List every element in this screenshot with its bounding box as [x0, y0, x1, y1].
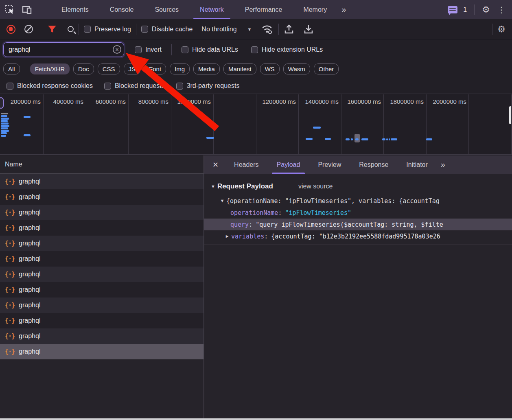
request-row[interactable]: {·}graphql — [0, 313, 203, 328]
details-tab-payload[interactable]: Payload — [268, 155, 309, 174]
record-network-log-icon[interactable] — [7, 25, 15, 34]
request-row[interactable]: {·}graphql — [0, 174, 203, 189]
tab-elements[interactable]: Elements — [51, 0, 99, 19]
hide-extension-urls-checkbox[interactable] — [251, 46, 258, 53]
inspect-element-icon[interactable] — [5, 5, 15, 15]
waterfall-bar[interactable] — [306, 138, 313, 140]
chip-label: Fetch/XHR — [35, 66, 65, 72]
filter-input[interactable] — [3, 42, 124, 57]
waterfall-bar[interactable] — [1, 127, 8, 129]
more-panels-icon[interactable]: » — [337, 5, 349, 14]
filter-chip-font[interactable]: Font — [144, 63, 166, 74]
toggle-device-toolbar-icon[interactable] — [22, 5, 33, 15]
waterfall-bar[interactable] — [351, 138, 353, 140]
collapsed-arrow-icon[interactable]: ▶ — [225, 234, 230, 239]
blocked-requests-checkbox[interactable] — [104, 83, 111, 90]
close-details-icon[interactable]: ✕ — [204, 155, 225, 174]
request-row[interactable]: {·}graphql — [0, 251, 203, 267]
waterfall-bar[interactable] — [206, 137, 214, 139]
details-tab-preview[interactable]: Preview — [309, 155, 350, 174]
waterfall-bar[interactable] — [1, 132, 7, 134]
waterfall-bar[interactable] — [1, 115, 7, 117]
more-tabs-icon[interactable]: » — [437, 160, 449, 169]
waterfall-bar[interactable] — [389, 138, 390, 140]
request-row[interactable]: {·}graphql — [0, 236, 203, 251]
details-tab-initiator[interactable]: Initiator — [397, 155, 436, 174]
waterfall-bar[interactable] — [391, 138, 397, 140]
filter-chip-all[interactable]: All — [3, 63, 20, 74]
throttling-select[interactable]: No throttling ▼ — [201, 26, 252, 33]
tab-performance[interactable]: Performance — [234, 0, 293, 19]
waterfall-bar[interactable] — [386, 138, 388, 140]
filter-chip-ws[interactable]: WS — [260, 63, 280, 74]
waterfall-bar[interactable] — [24, 116, 31, 118]
waterfall-bar[interactable] — [346, 138, 350, 140]
waterfall-bar[interactable] — [1, 118, 9, 120]
preserve-log-checkbox[interactable] — [84, 26, 91, 33]
waterfall-bar[interactable] — [313, 127, 321, 129]
filter-chip-img[interactable]: Img — [170, 63, 190, 74]
request-row[interactable]: {·}graphql — [0, 344, 203, 359]
filter-chip-wasm[interactable]: Wasm — [283, 63, 310, 74]
request-row[interactable]: {·}graphql — [0, 205, 203, 220]
filter-chip-other[interactable]: Other — [314, 63, 339, 74]
expand-arrow-icon[interactable]: ▼ — [211, 184, 215, 189]
filter-chip-manifest[interactable]: Manifest — [223, 63, 256, 74]
filter-funnel-icon[interactable] — [47, 25, 57, 34]
waterfall-bar[interactable] — [1, 113, 8, 114]
clear-network-log-icon[interactable] — [24, 25, 33, 33]
disable-cache-checkbox[interactable] — [141, 26, 148, 33]
tab-console[interactable]: Console — [99, 0, 144, 19]
toolbar-separator — [79, 24, 79, 35]
blocked-response-cookies-checkbox[interactable] — [7, 83, 13, 90]
filter-chip-doc[interactable]: Doc — [73, 63, 94, 74]
waterfall-bar[interactable] — [24, 134, 31, 136]
request-row[interactable]: {·}graphql — [0, 298, 203, 313]
waterfall-bar[interactable] — [382, 138, 385, 140]
payload-row-query[interactable]: query:"query ipFlowTimeseries($accountTa… — [204, 219, 512, 230]
waterfall-bar[interactable] — [426, 138, 432, 140]
settings-gear-icon[interactable]: ⚙ — [482, 5, 490, 14]
tab-network[interactable]: Network — [189, 0, 234, 19]
waterfall-bar[interactable] — [325, 138, 331, 140]
waterfall-bar[interactable] — [355, 138, 359, 140]
waterfall-bar[interactable] — [1, 125, 9, 127]
name-column-header[interactable]: Name — [0, 155, 203, 174]
3rd-party-requests-checkbox[interactable] — [176, 83, 183, 90]
request-row[interactable]: {·}graphql — [0, 267, 203, 282]
network-conditions-icon[interactable] — [261, 24, 274, 35]
request-row[interactable]: {·}graphql — [0, 328, 203, 344]
filter-chip-js[interactable]: JS — [124, 63, 141, 74]
import-har-icon[interactable] — [284, 24, 294, 35]
tab-sources[interactable]: Sources — [144, 0, 189, 19]
waterfall-bar[interactable] — [1, 135, 6, 137]
payload-row-operationname[interactable]: operationName:"ipFlowTimeseries" — [204, 207, 512, 219]
details-tab-headers[interactable]: Headers — [225, 155, 267, 174]
waterfall-bar[interactable] — [361, 138, 368, 140]
filter-chip-media[interactable]: Media — [193, 63, 220, 74]
clear-filter-icon[interactable]: ✕ — [113, 45, 121, 54]
request-row[interactable]: {·}graphql — [0, 220, 203, 236]
network-overview-timeline[interactable]: 200000 ms400000 ms600000 ms800000 ms1000… — [0, 94, 512, 155]
expand-arrow-icon[interactable]: ▼ — [220, 198, 225, 203]
waterfall-bar[interactable] — [1, 130, 9, 132]
network-settings-gear-icon[interactable]: ⚙ — [497, 25, 505, 34]
payload-preview-row[interactable]: ▼ {operationName: "ipFlowTimeseries", va… — [204, 195, 512, 207]
tab-memory[interactable]: Memory — [293, 0, 337, 19]
request-row[interactable]: {·}graphql — [0, 282, 203, 298]
payload-row-variables[interactable]: ▶variables:{accountTag: "b12e3b2192ee558… — [204, 230, 512, 242]
invert-checkbox[interactable] — [135, 46, 142, 53]
filter-chip-css[interactable]: CSS — [98, 63, 120, 74]
waterfall-bar[interactable] — [1, 122, 9, 125]
search-network-icon[interactable] — [68, 26, 74, 32]
export-har-icon[interactable] — [303, 24, 314, 35]
hide-data-urls-checkbox[interactable] — [182, 46, 188, 53]
filter-chip-fetch-xhr[interactable]: Fetch/XHR — [30, 63, 70, 74]
request-rows: {·}graphql{·}graphql{·}graphql{·}graphql… — [0, 174, 203, 359]
view-source-link[interactable]: view source — [298, 183, 333, 190]
request-row[interactable]: {·}graphql — [0, 189, 203, 205]
issues-message-icon[interactable] — [448, 6, 457, 13]
kebab-menu-icon[interactable]: ⋮ — [496, 5, 507, 15]
waterfall-bar[interactable] — [1, 120, 8, 122]
details-tab-response[interactable]: Response — [350, 155, 397, 174]
